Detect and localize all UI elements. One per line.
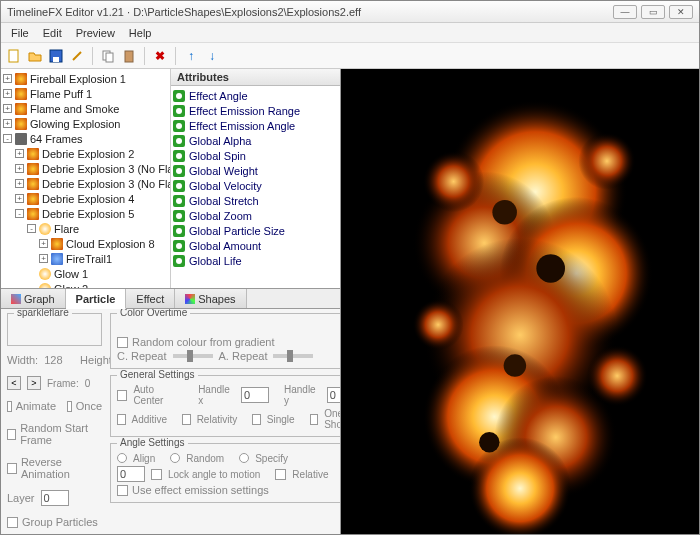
handle-y-input[interactable]	[327, 387, 340, 403]
tree-twisty-icon[interactable]: +	[15, 194, 24, 203]
cb-angle-relative[interactable]	[275, 469, 286, 480]
tree-twisty-icon[interactable]: +	[15, 164, 24, 173]
attribute-label: Global Stretch	[189, 195, 259, 207]
copy-icon[interactable]	[99, 47, 117, 65]
tree-item[interactable]: +Glowing Explosion	[3, 116, 168, 131]
tree-item[interactable]: -64 Frames	[3, 131, 168, 146]
tree-twisty-icon[interactable]: +	[3, 89, 12, 98]
handle-x-input[interactable]	[241, 387, 269, 403]
cb-auto-center[interactable]	[117, 390, 127, 401]
tree-twisty-icon[interactable]: +	[3, 119, 12, 128]
frame-prev-button[interactable]: <	[7, 376, 21, 390]
angle-settings-legend: Angle Settings	[117, 437, 188, 448]
new-file-icon[interactable]	[5, 47, 23, 65]
tree-item[interactable]: +Flame Puff 1	[3, 86, 168, 101]
tree-item[interactable]: +FireTrail1	[3, 251, 168, 266]
attribute-icon	[173, 150, 185, 162]
tree-node-label: Flame and Smoke	[30, 103, 119, 115]
radio-random[interactable]	[170, 453, 180, 463]
tree-item[interactable]: -Debrie Explosion 5	[3, 206, 168, 221]
minimize-button[interactable]: —	[613, 5, 637, 19]
preview-panel[interactable]	[341, 69, 699, 534]
open-file-icon[interactable]	[26, 47, 44, 65]
cb-one-shot[interactable]	[310, 414, 319, 425]
attribute-item[interactable]: Global Weight	[173, 163, 338, 178]
attribute-icon	[173, 255, 185, 267]
attribute-item[interactable]: Global Velocity	[173, 178, 338, 193]
toolbar: ✖ ↑ ↓	[1, 43, 699, 69]
move-down-icon[interactable]: ↓	[203, 47, 221, 65]
menu-edit[interactable]: Edit	[37, 25, 68, 41]
paste-icon[interactable]	[120, 47, 138, 65]
tab-effect[interactable]: Effect	[126, 289, 175, 308]
tree-node-icon	[27, 193, 39, 205]
tree-item[interactable]: Glow 2	[3, 281, 168, 288]
tree-item[interactable]: +Cloud Explosion 8	[3, 236, 168, 251]
tree-item[interactable]: +Debrie Explosion 3 (No Flare) a	[3, 161, 168, 176]
maximize-button[interactable]: ▭	[641, 5, 665, 19]
tab-graph[interactable]: Graph	[1, 289, 66, 308]
cb-once[interactable]	[67, 401, 72, 412]
cb-relativity[interactable]	[182, 414, 191, 425]
tree-twisty-icon[interactable]: +	[15, 149, 24, 158]
attribute-item[interactable]: Global Alpha	[173, 133, 338, 148]
attribute-item[interactable]: Global Stretch	[173, 193, 338, 208]
cb-group-particles[interactable]	[7, 517, 18, 528]
menu-help[interactable]: Help	[123, 25, 158, 41]
tree-twisty-icon[interactable]: +	[15, 179, 24, 188]
tab-particle[interactable]: Particle	[66, 289, 127, 309]
tree-item[interactable]: +Debrie Explosion 2	[3, 146, 168, 161]
attribute-item[interactable]: Global Particle Size	[173, 223, 338, 238]
delete-icon[interactable]: ✖	[151, 47, 169, 65]
layer-input[interactable]	[41, 490, 69, 506]
cb-additive[interactable]	[117, 414, 126, 425]
attribute-item[interactable]: Effect Angle	[173, 88, 338, 103]
svg-point-20	[504, 354, 527, 377]
tree-item[interactable]: +Debrie Explosion 3 (No Flare) b	[3, 176, 168, 191]
cb-animate[interactable]	[7, 401, 12, 412]
effects-tree[interactable]: +Fireball Explosion 1+Flame Puff 1+Flame…	[1, 69, 171, 288]
save-icon[interactable]	[47, 47, 65, 65]
tree-item[interactable]: +Fireball Explosion 1	[3, 71, 168, 86]
tree-twisty-icon[interactable]: +	[39, 239, 48, 248]
svg-line-3	[73, 52, 81, 60]
cb-random-colour[interactable]	[117, 337, 128, 348]
frame-next-button[interactable]: >	[27, 376, 41, 390]
close-button[interactable]: ✕	[669, 5, 693, 19]
attribute-item[interactable]: Global Life	[173, 253, 338, 268]
radio-align[interactable]	[117, 453, 127, 463]
tree-twisty-icon[interactable]: +	[3, 104, 12, 113]
c-repeat-slider[interactable]	[173, 354, 213, 358]
move-up-icon[interactable]: ↑	[182, 47, 200, 65]
attribute-label: Global Amount	[189, 240, 261, 252]
tree-item[interactable]: +Flame and Smoke	[3, 101, 168, 116]
tree-twisty-icon[interactable]: -	[27, 224, 36, 233]
a-repeat-slider[interactable]	[273, 354, 313, 358]
tab-shapes[interactable]: Shapes	[175, 289, 246, 308]
cb-lock-angle[interactable]	[151, 469, 162, 480]
tree-twisty-icon[interactable]: -	[15, 209, 24, 218]
menu-preview[interactable]: Preview	[70, 25, 121, 41]
attribute-item[interactable]: Global Spin	[173, 148, 338, 163]
tree-item[interactable]: Glow 1	[3, 266, 168, 281]
cb-use-effect-emission[interactable]	[117, 485, 128, 496]
angle-value-input[interactable]	[117, 466, 145, 482]
cb-random-start-frame[interactable]	[7, 429, 16, 440]
wand-icon[interactable]	[68, 47, 86, 65]
attribute-item[interactable]: Global Amount	[173, 238, 338, 253]
menu-file[interactable]: File	[5, 25, 35, 41]
tree-node-icon	[39, 283, 51, 289]
attribute-item[interactable]: Effect Emission Angle	[173, 118, 338, 133]
radio-specify[interactable]	[239, 453, 249, 463]
tree-twisty-icon[interactable]: -	[3, 134, 12, 143]
tree-item[interactable]: +Debrie Explosion 4	[3, 191, 168, 206]
attributes-list[interactable]: Effect AngleEffect Emission RangeEffect …	[171, 86, 340, 288]
attribute-label: Global Alpha	[189, 135, 251, 147]
tree-twisty-icon[interactable]: +	[39, 254, 48, 263]
attribute-item[interactable]: Global Zoom	[173, 208, 338, 223]
attribute-item[interactable]: Effect Emission Range	[173, 103, 338, 118]
cb-single[interactable]	[252, 414, 261, 425]
tree-twisty-icon[interactable]: +	[3, 74, 12, 83]
tree-item[interactable]: -Flare	[3, 221, 168, 236]
cb-reverse-animation[interactable]	[7, 463, 17, 474]
